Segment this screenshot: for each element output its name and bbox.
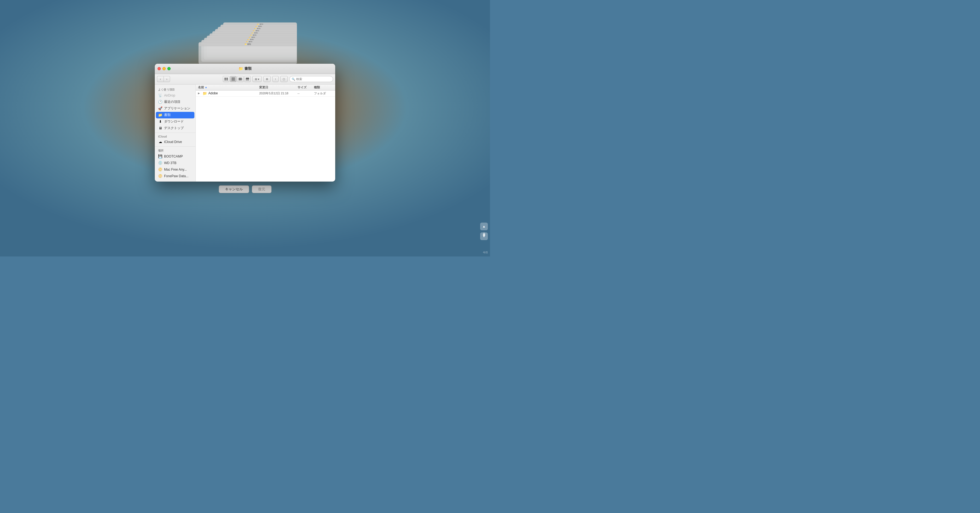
col-date-header[interactable]: 変更日 xyxy=(259,85,298,89)
gallery-view-btn[interactable] xyxy=(244,76,251,82)
svg-rect-2 xyxy=(224,79,226,80)
sidebar-label-icloud: iCloud Drive xyxy=(164,140,182,144)
bootcamp-icon: 💾 xyxy=(158,154,162,158)
documents-icon: 📁 xyxy=(158,113,162,117)
wd3tb-icon: 💿 xyxy=(158,161,162,165)
fonepaw-icon: 📀 xyxy=(158,174,162,178)
file-date: 2020年5月12日 21:18 xyxy=(259,91,298,96)
sidebar-label-desktop: デスクトップ xyxy=(164,126,184,131)
svg-rect-13 xyxy=(248,80,249,80)
file-size: -- xyxy=(298,92,314,95)
traffic-lights xyxy=(158,67,170,70)
bottom-date: 今日 xyxy=(483,251,488,254)
share-icon: ↑ xyxy=(275,78,276,81)
svg-rect-12 xyxy=(247,80,248,80)
col-name-header[interactable]: 名前 ▲ xyxy=(198,85,259,89)
search-icon: 🔍 xyxy=(292,78,295,81)
sidebar-item-macfree[interactable]: 📀 Mac Free Any... xyxy=(156,166,194,173)
favorites-label: よく使う項目 xyxy=(155,87,196,92)
confirm-button[interactable]: 復元 xyxy=(252,185,272,193)
dialog-overlay: 📁 書類 ‹ › xyxy=(0,0,490,256)
sidebar-item-recents[interactable]: 🕐 最近の項目 xyxy=(156,99,194,105)
search-input[interactable] xyxy=(296,77,331,81)
recents-icon: 🕐 xyxy=(158,100,162,104)
sidebar: よく使う項目 📡 AirDrop 🕐 最近の項目 🚀 アプリケーション 📁 書類 xyxy=(155,84,196,182)
cancel-button[interactable]: キャンセル xyxy=(219,185,249,193)
sidebar-label-bootcamp: BOOTCAMP xyxy=(164,155,183,158)
svg-rect-8 xyxy=(240,78,241,80)
time-down-button[interactable]: ▼ xyxy=(480,233,488,240)
icloud-icon: ☁ xyxy=(158,140,162,144)
col-size-header[interactable]: サイズ xyxy=(298,85,314,89)
arrange-icon: ⊞ xyxy=(255,78,257,81)
sidebar-item-wd3tb[interactable]: 💿 WD 3TB xyxy=(156,160,194,166)
macfree-icon: 📀 xyxy=(158,167,162,172)
column-view-btn[interactable] xyxy=(237,76,243,82)
expand-icon[interactable]: ▶ xyxy=(198,92,201,95)
back-button[interactable]: ‹ xyxy=(157,76,164,82)
finder-body: よく使う項目 📡 AirDrop 🕐 最近の項目 🚀 アプリケーション 📁 書類 xyxy=(155,84,335,182)
gear-icon: ⚙ xyxy=(266,78,268,81)
applications-icon: 🚀 xyxy=(158,107,162,110)
sidebar-item-bootcamp[interactable]: 💾 BOOTCAMP xyxy=(156,153,194,160)
svg-rect-10 xyxy=(246,78,249,79)
sidebar-item-downloads[interactable]: ⬇ ダウンロード xyxy=(156,118,194,125)
sidebar-item-fonepaw[interactable]: 📀 FonePaw Data... xyxy=(156,173,194,179)
svg-rect-9 xyxy=(242,78,242,80)
svg-rect-7 xyxy=(239,78,240,80)
window-title: 📁 書類 xyxy=(239,66,251,71)
file-kind: フォルダ xyxy=(314,91,333,96)
file-rows: ▶ 📁 Adobe 2020年5月12日 21:18 -- フォルダ xyxy=(196,91,335,182)
sidebar-label-wd3tb: WD 3TB xyxy=(164,161,177,165)
arrange-button[interactable]: ⊞ ▾ xyxy=(252,76,262,82)
airdrop-icon: 📡 xyxy=(158,93,162,97)
tag-button[interactable]: ⬡ xyxy=(280,76,288,82)
downloads-icon: ⬇ xyxy=(158,119,162,124)
sidebar-item-documents[interactable]: 📁 書類 xyxy=(156,112,194,118)
file-list: 名前 ▲ 変更日 サイズ 種類 ▶ xyxy=(196,84,335,182)
sidebar-label-fonepaw: FonePaw Data... xyxy=(164,174,188,178)
finder-window: 📁 書類 ‹ › xyxy=(155,64,335,182)
sidebar-label-downloads: ダウンロード xyxy=(164,119,184,124)
sidebar-label-documents: 書類 xyxy=(164,113,170,117)
sidebar-divider-1 xyxy=(155,132,196,133)
places-label: 場所 xyxy=(155,148,196,153)
search-box[interactable]: 🔍 xyxy=(289,76,333,82)
sidebar-item-applications[interactable]: 🚀 アプリケーション xyxy=(156,105,194,112)
sidebar-divider-2 xyxy=(155,146,196,147)
sidebar-label-applications: アプリケーション xyxy=(164,106,190,111)
share-button[interactable]: ↑ xyxy=(272,76,278,82)
action-button[interactable]: ⚙ xyxy=(263,76,271,82)
sidebar-label-macfree: Mac Free Any... xyxy=(164,167,187,172)
svg-rect-6 xyxy=(232,80,235,80)
minimize-button[interactable] xyxy=(162,67,166,70)
maximize-button[interactable] xyxy=(167,67,170,70)
sidebar-item-icloud[interactable]: ☁ iCloud Drive xyxy=(156,139,194,145)
svg-rect-5 xyxy=(232,79,235,79)
time-widget: ▲ 今日（現在） ▼ xyxy=(480,223,488,240)
icon-view-btn[interactable] xyxy=(223,76,229,82)
table-row[interactable]: ▶ 📁 Adobe 2020年5月12日 21:18 -- フォルダ xyxy=(196,91,335,97)
dialog-buttons: キャンセル 復元 xyxy=(219,185,272,193)
file-row-name: ▶ 📁 Adobe xyxy=(198,91,259,96)
forward-button[interactable]: › xyxy=(164,76,170,82)
svg-rect-4 xyxy=(232,78,235,78)
title-label: 書類 xyxy=(245,66,251,71)
sidebar-item-desktop[interactable]: 🖥 デスクトップ xyxy=(156,125,194,132)
col-kind-header[interactable]: 種類 xyxy=(314,85,333,89)
svg-rect-0 xyxy=(224,78,226,79)
desktop-icon: 🖥 xyxy=(158,126,162,130)
icloud-label: iCloud xyxy=(155,134,196,139)
sidebar-item-airdrop[interactable]: 📡 AirDrop xyxy=(156,92,194,99)
close-button[interactable] xyxy=(158,67,161,70)
list-view-btn[interactable] xyxy=(230,76,237,82)
time-up-button[interactable]: ▲ xyxy=(480,223,488,230)
svg-rect-11 xyxy=(246,80,247,80)
sidebar-label-recents: 最近の項目 xyxy=(164,100,180,104)
tag-icon: ⬡ xyxy=(283,78,285,81)
sidebar-label-airdrop: AirDrop xyxy=(164,94,175,97)
file-folder-icon: 📁 xyxy=(203,91,207,96)
toolbar: ‹ › ⊞ ▾ xyxy=(155,74,335,84)
svg-rect-3 xyxy=(226,79,228,80)
titlebar: 📁 書類 xyxy=(155,64,335,74)
